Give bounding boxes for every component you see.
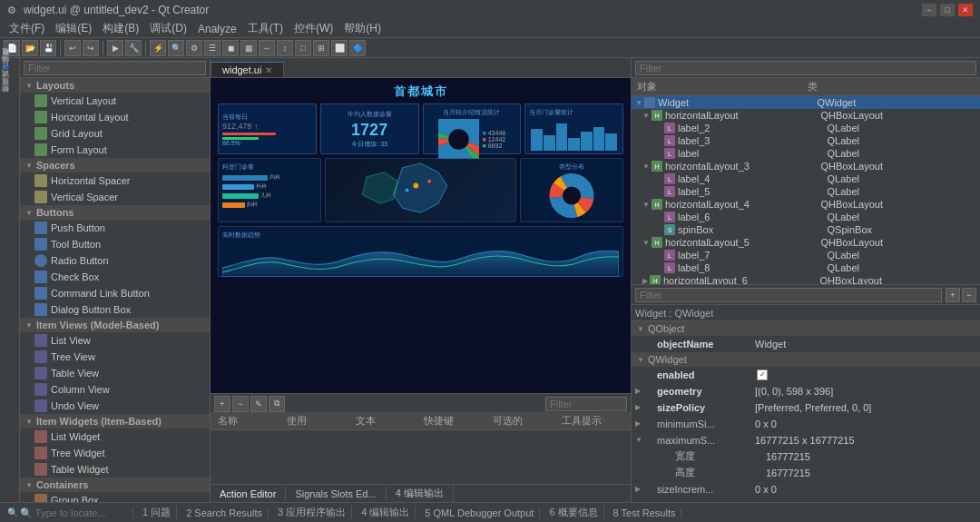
object-filter-input[interactable] [635, 61, 976, 75]
section-spacers[interactable]: Spacers [20, 158, 210, 172]
status-summary[interactable]: 6 概要信息 [544, 506, 603, 519]
maximumsize-expand[interactable]: ▼ [632, 436, 642, 444]
tb-redo[interactable]: ↪ [83, 40, 99, 56]
tree-expand-hlayout6[interactable]: ▶ [642, 277, 648, 285]
tb-btn-5[interactable]: ⚡ [150, 40, 166, 56]
prop-section-qobject[interactable]: QObject [632, 321, 980, 336]
tree-expand-hlayout[interactable]: ▼ [642, 112, 650, 120]
enabled-checkbox[interactable]: ✓ [757, 369, 768, 380]
tb-btn-11[interactable]: ↔ [259, 40, 275, 56]
tree-row-hlayout4[interactable]: ▼ H horizontalLayout_4 QHBoxLayout [632, 198, 980, 211]
sidebar-edit[interactable]: 编辑 [0, 65, 19, 73]
widget-column-view[interactable]: Column View [20, 381, 210, 398]
prop-height-value[interactable]: 16777215 [762, 467, 980, 479]
widget-grid-layout[interactable]: Grid Layout [20, 125, 210, 142]
tree-row-label6[interactable]: L label_6 QLabel [632, 211, 980, 223]
tb-btn-15[interactable]: ⬜ [331, 40, 348, 56]
widget-horizontal-layout[interactable]: Horizontal Layout [20, 109, 210, 125]
tree-row-hlayout5[interactable]: ▼ H horizontalLayout_5 QHBoxLayout [632, 236, 980, 249]
tb-save[interactable]: 💾 [40, 40, 56, 56]
tb-btn-9[interactable]: ◼ [222, 40, 239, 56]
widget-form-layout[interactable]: Form Layout [20, 142, 210, 158]
minimize-button[interactable]: − [922, 4, 936, 16]
tree-row-spinbox[interactable]: S spinBox QSpinBox [632, 223, 980, 236]
tb-btn-13[interactable]: □ [295, 40, 311, 56]
action-filter-input[interactable] [550, 399, 622, 409]
prop-objectname[interactable]: objectName Widget [632, 336, 980, 352]
sidebar-welcome[interactable]: 欢迎 [0, 58, 19, 65]
tree-row-hlayout3[interactable]: ▼ H horizontalLayout_3 QHBoxLayout [632, 160, 980, 172]
prop-maximumsize-value[interactable]: 16777215 x 16777215 [751, 434, 980, 447]
prop-minimumsize[interactable]: ▶ minimumSi... 0 x 0 [632, 416, 980, 432]
prop-sizepolicy-value[interactable]: [Preferred, Preferred, 0, 0] [751, 401, 980, 414]
tree-row-hlayout6[interactable]: ▶ H horizontalLayout_6 QHBoxLayout [632, 274, 980, 284]
tb-btn-10[interactable]: ▦ [240, 40, 257, 56]
section-item-widgets[interactable]: Item Widgets (Item-Based) [20, 414, 210, 428]
widget-tree-view[interactable]: Tree View [20, 349, 210, 365]
section-item-views[interactable]: Item Views (Model-Based) [20, 318, 210, 332]
geometry-expand[interactable]: ▶ [632, 387, 642, 395]
action-delete-btn[interactable]: − [232, 396, 249, 412]
property-filter-input[interactable] [635, 288, 942, 302]
widget-tool-button[interactable]: Tool Button [20, 236, 210, 252]
tree-expand-widget[interactable]: ▼ [635, 99, 642, 107]
menu-edit[interactable]: 编辑(E) [50, 20, 97, 38]
tab-close-button[interactable]: ✕ [265, 65, 272, 75]
prop-section-qwidget[interactable]: QWidget [632, 352, 980, 367]
design-tab[interactable]: widget.ui ✕ [211, 62, 284, 77]
status-qml-debugger[interactable]: 5 QML Debugger Output [419, 507, 540, 518]
widget-dialog-button-box[interactable]: Dialog Button Box [20, 301, 210, 318]
action-edit-btn[interactable]: ✎ [250, 396, 267, 412]
sidebar-debug[interactable]: 调试 [0, 80, 19, 87]
menu-build[interactable]: 构建(B) [97, 20, 144, 38]
design-area[interactable]: 首都城市 当前每日 912,478 ↑ 86.5% 牛均人 [211, 78, 631, 393]
menu-tools[interactable]: 工具(T) [242, 20, 289, 38]
widget-push-button[interactable]: Push Button [20, 220, 210, 236]
prop-sizepolicy[interactable]: ▶ sizePolicy [Preferred, Preferred, 0, 0… [632, 399, 980, 416]
sidebar-design[interactable]: 设计 [0, 73, 19, 80]
widget-group-box[interactable]: Group Box [20, 492, 210, 502]
widget-list-widget[interactable]: List Widget [20, 428, 210, 445]
widget-undo-view[interactable]: Undo View [20, 398, 210, 414]
prop-minimumsize-value[interactable]: 0 x 0 [751, 418, 980, 430]
maximize-button[interactable]: □ [940, 4, 955, 16]
prop-geometry[interactable]: ▶ geometry [(0, 0), 598 x 396] [632, 383, 980, 399]
tree-row-label3[interactable]: L label_3 QLabel [632, 134, 980, 147]
widget-table-view[interactable]: Table View [20, 365, 210, 381]
widget-table-widget[interactable]: Table Widget [20, 461, 210, 478]
section-buttons[interactable]: Buttons [20, 205, 210, 220]
sidebar-help[interactable]: 帮助 [0, 94, 19, 102]
status-test[interactable]: 8 Test Results [608, 507, 682, 518]
tree-row-widget[interactable]: ▼ Widget QWidget [632, 96, 980, 109]
prop-maximumsize[interactable]: ▼ maximumS... 16777215 x 16777215 [632, 432, 980, 448]
sizeincrement-expand[interactable]: ▶ [632, 485, 642, 493]
widget-radio-button[interactable]: Radio Button [20, 252, 210, 269]
tree-row-label5[interactable]: L label_5 QLabel [632, 185, 980, 198]
basesize-expand[interactable]: ▶ [632, 501, 642, 502]
tree-row-label2[interactable]: L label_2 QLabel [632, 122, 980, 134]
tb-btn-16[interactable]: 🔷 [349, 40, 366, 56]
status-edit-output[interactable]: 4 编辑输出 [356, 506, 416, 519]
widget-horizontal-spacer[interactable]: Horizontal Spacer [20, 172, 210, 189]
sizepolicy-expand[interactable]: ▶ [632, 403, 642, 411]
tree-expand-hlayout3[interactable]: ▼ [642, 163, 650, 171]
tab-signals-slots[interactable]: Signals Slots Ed... [286, 487, 386, 501]
tree-row-label[interactable]: L label QLabel [632, 147, 980, 160]
tree-row-label8[interactable]: L label_8 QLabel [632, 261, 980, 274]
menu-file[interactable]: 文件(F) [4, 20, 50, 38]
menu-controls[interactable]: 控件(W) [289, 20, 338, 38]
status-app-output[interactable]: 3 应用程序输出 [272, 506, 352, 519]
tb-undo[interactable]: ↩ [64, 40, 81, 56]
tree-expand-hlayout4[interactable]: ▼ [642, 201, 650, 209]
tb-btn-6[interactable]: 🔍 [168, 40, 184, 56]
action-copy-btn[interactable]: ⧉ [269, 396, 285, 412]
tab-edit-output[interactable]: 4 编辑输出 [387, 485, 454, 502]
close-button[interactable]: ✕ [958, 4, 973, 16]
tab-action-editor[interactable]: Action Editor [211, 487, 286, 501]
prop-height[interactable]: 高度 16777215 [632, 465, 980, 481]
tb-btn-12[interactable]: ↕ [277, 40, 293, 56]
tb-open[interactable]: 📂 [22, 40, 38, 56]
section-containers[interactable]: Containers [20, 478, 210, 492]
tb-btn-14[interactable]: ⊞ [313, 40, 329, 56]
prop-basesize-value[interactable]: 0 x 0 [751, 499, 980, 503]
